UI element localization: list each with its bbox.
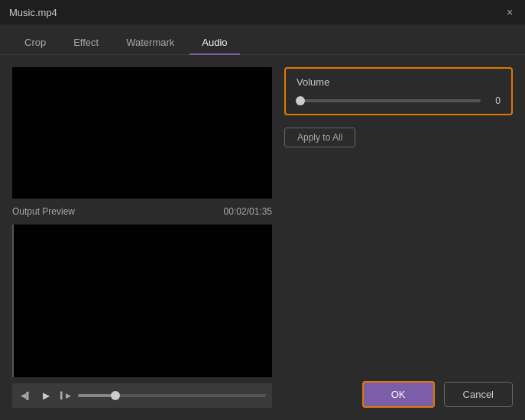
output-preview-timestamp: 00:02/01:35: [224, 206, 272, 217]
output-preview-video: [12, 225, 272, 377]
playback-progress-thumb[interactable]: [111, 391, 120, 400]
playback-progress-slider[interactable]: [78, 394, 266, 397]
left-panel: Output Preview 00:02/01:35 ◀▌ ▶ ▍▶: [12, 67, 272, 408]
volume-slider[interactable]: [297, 99, 481, 102]
close-button[interactable]: ×: [504, 6, 516, 18]
tab-bar: Crop Effect Watermark Audio: [0, 24, 525, 55]
playback-bar: ◀▌ ▶ ▍▶: [12, 383, 272, 408]
tab-crop[interactable]: Crop: [12, 31, 58, 54]
step-forward-icon: ▍▶: [60, 392, 71, 399]
volume-slider-thumb[interactable]: [296, 96, 305, 105]
volume-title: Volume: [297, 76, 501, 88]
volume-section: Volume 0: [284, 67, 513, 115]
tab-watermark[interactable]: Watermark: [114, 31, 186, 54]
window-title: Music.mp4: [9, 7, 57, 18]
ok-button[interactable]: OK: [362, 381, 435, 408]
main-content: Output Preview 00:02/01:35 ◀▌ ▶ ▍▶: [0, 55, 525, 420]
play-button[interactable]: ▶: [38, 388, 53, 403]
volume-value: 0: [488, 95, 501, 106]
apply-all-button[interactable]: Apply to All: [284, 128, 355, 147]
output-preview-label: Output Preview: [12, 206, 75, 217]
playback-progress-fill: [78, 394, 115, 397]
tab-audio[interactable]: Audio: [190, 31, 239, 54]
right-panel: Volume 0 Apply to All: [284, 67, 513, 408]
volume-slider-row: 0: [297, 95, 501, 106]
input-preview: [12, 67, 272, 199]
tab-effect[interactable]: Effect: [61, 31, 111, 54]
title-bar: Music.mp4 ×: [0, 0, 525, 24]
step-back-button[interactable]: ◀▌: [18, 388, 34, 403]
cancel-button[interactable]: Cancel: [444, 382, 513, 407]
step-forward-button[interactable]: ▍▶: [58, 388, 73, 403]
bottom-buttons: OK Cancel: [362, 381, 513, 408]
output-preview-label-row: Output Preview 00:02/01:35: [12, 205, 272, 218]
step-back-icon: ◀▌: [21, 392, 31, 399]
play-icon: ▶: [43, 390, 50, 401]
